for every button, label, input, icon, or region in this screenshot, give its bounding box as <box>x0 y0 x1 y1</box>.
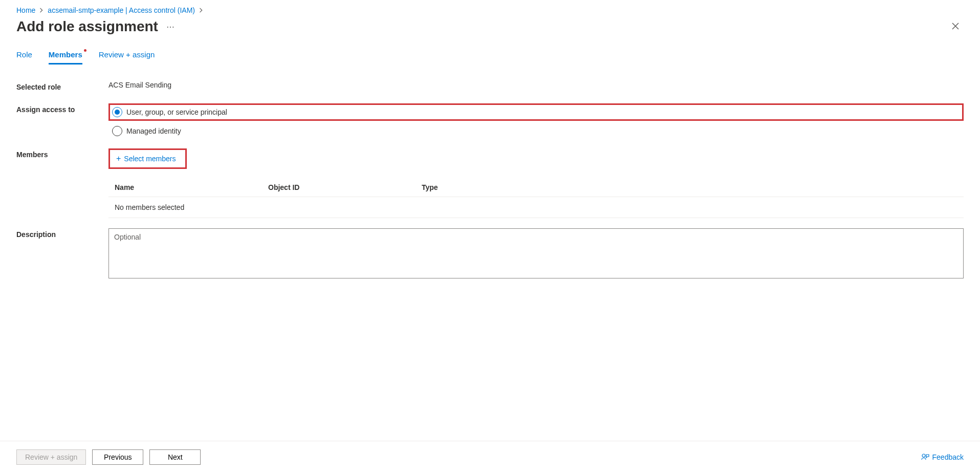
select-members-label: Select members <box>124 155 176 163</box>
assign-access-label: Assign access to <box>16 103 108 114</box>
feedback-label: Feedback <box>932 453 964 461</box>
tab-role[interactable]: Role <box>16 50 32 64</box>
radio-managed-identity[interactable]: Managed identity <box>108 126 964 136</box>
footer: Review + assign Previous Next Feedback <box>0 441 980 473</box>
highlight-user-group-option: User, group, or service principal <box>108 103 964 121</box>
more-actions-button[interactable]: ⋯ <box>166 22 175 32</box>
next-button[interactable]: Next <box>149 449 201 465</box>
select-members-button[interactable]: + Select members <box>112 152 180 165</box>
selected-role-value: ACS Email Sending <box>108 81 964 89</box>
breadcrumb: Home acsemail-smtp-example | Access cont… <box>16 6 964 14</box>
table-header-name: Name <box>115 183 268 191</box>
no-members-text: No members selected <box>115 203 268 211</box>
radio-user-group-label: User, group, or service principal <box>126 108 227 116</box>
radio-selected-icon <box>112 107 122 117</box>
close-icon <box>951 22 960 30</box>
breadcrumb-resource[interactable]: acsemail-smtp-example | Access control (… <box>48 6 195 14</box>
members-table: Name Object ID Type No members selected <box>108 178 964 218</box>
breadcrumb-home[interactable]: Home <box>16 6 35 14</box>
review-assign-button[interactable]: Review + assign <box>16 449 86 465</box>
close-button[interactable] <box>947 19 964 35</box>
tabs: Role Members Review + assign <box>16 50 964 64</box>
members-label: Members <box>16 148 108 159</box>
feedback-icon <box>921 453 929 461</box>
chevron-right-icon <box>39 6 43 14</box>
table-row-empty: No members selected <box>108 197 964 218</box>
table-header: Name Object ID Type <box>108 178 964 197</box>
feedback-link[interactable]: Feedback <box>921 453 964 461</box>
previous-button[interactable]: Previous <box>92 449 143 465</box>
tab-members-label: Members <box>49 50 82 59</box>
selected-role-label: Selected role <box>16 81 108 91</box>
table-header-object-id: Object ID <box>268 183 422 191</box>
description-textarea[interactable] <box>108 228 964 278</box>
description-label: Description <box>16 228 108 239</box>
table-header-type: Type <box>422 183 957 191</box>
tab-members[interactable]: Members <box>49 50 82 64</box>
svg-point-0 <box>922 454 925 457</box>
plus-icon: + <box>116 154 121 163</box>
tab-indicator-dot <box>84 49 86 52</box>
radio-managed-identity-label: Managed identity <box>126 127 181 135</box>
chevron-right-icon <box>199 6 203 14</box>
highlight-select-members: + Select members <box>108 148 187 169</box>
page-title: Add role assignment <box>16 18 158 35</box>
radio-unselected-icon <box>112 126 122 136</box>
radio-user-group-principal[interactable]: User, group, or service principal <box>112 107 227 117</box>
tab-review-assign[interactable]: Review + assign <box>99 50 155 64</box>
